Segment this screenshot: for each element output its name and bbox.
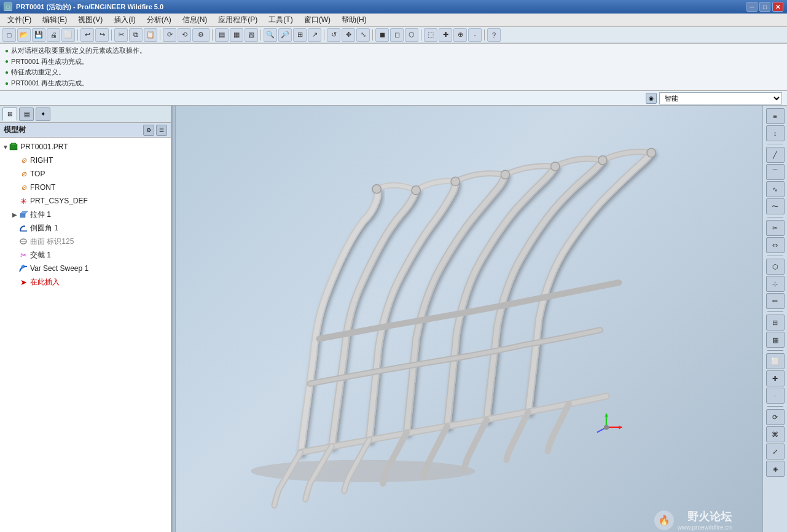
menu-analysis[interactable]: 分析(A)	[142, 14, 176, 26]
window-title: PRT0001 (活动的) - Pro/ENGINEER Wildfire 5.…	[16, 2, 163, 12]
rp-btn-curve[interactable]: ∿	[766, 181, 785, 197]
tab-layer[interactable]: ▤	[19, 108, 34, 121]
tb-print[interactable]: 🖨	[47, 28, 60, 42]
tb-undo[interactable]: ↩	[80, 28, 94, 42]
tree-item-intersect1[interactable]: ✂ 交截 1	[0, 248, 171, 262]
tree-item-csys[interactable]: ✳ PRT_CSYS_DEF	[0, 194, 171, 208]
tb-point[interactable]: ·	[468, 28, 482, 42]
tb-save[interactable]: 💾	[32, 28, 45, 42]
tb-paste[interactable]: 📋	[144, 28, 157, 42]
tb-orient[interactable]: ↗	[308, 28, 321, 42]
rp-btn-tool2[interactable]: ⌘	[766, 426, 785, 442]
rp-btn-line[interactable]: ╱	[766, 147, 785, 163]
tb-shade[interactable]: ◼	[375, 28, 389, 42]
tab-model-tree[interactable]: ⊞	[2, 108, 17, 121]
tree-item-surface125[interactable]: 曲面 标识125	[0, 235, 171, 248]
tb-hidden[interactable]: ⬡	[405, 28, 418, 42]
tb-rotate[interactable]: ↺	[327, 28, 340, 42]
maximize-button[interactable]: □	[759, 2, 770, 12]
rp-btn-ref[interactable]: ⊹	[766, 276, 785, 292]
menu-help[interactable]: 帮助(H)	[337, 14, 372, 26]
rp-btn-view2[interactable]: ▦	[766, 332, 785, 348]
rp-btn-tool1[interactable]: ⟳	[766, 409, 785, 425]
tb-copy[interactable]: ⧉	[129, 28, 143, 42]
smart-selector[interactable]: 智能 几何 特征 基准 面组 边 曲线	[659, 92, 782, 104]
rp-btn-mirror[interactable]: ⇔	[766, 237, 785, 253]
rp-btn-2[interactable]: ↕	[766, 125, 785, 141]
expand-extrude1[interactable]: ▶	[12, 211, 18, 218]
tb-new[interactable]: □	[2, 28, 16, 42]
tb-pan[interactable]: ✥	[342, 28, 355, 42]
menu-window[interactable]: 窗口(W)	[299, 14, 335, 26]
tree-settings-icon[interactable]: ⚙	[143, 125, 154, 136]
tb-axis[interactable]: ✚	[439, 28, 452, 42]
tb-layer2[interactable]: ▦	[230, 28, 243, 42]
minimize-button[interactable]: ─	[746, 2, 758, 12]
svg-rect-1	[11, 143, 16, 146]
rp-btn-axis[interactable]: ✚	[766, 370, 785, 386]
title-bar-controls[interactable]: ─ □ ✕	[746, 2, 783, 12]
menu-tools[interactable]: 工具(T)	[264, 14, 297, 26]
tree-item-insert[interactable]: ➤ 在此插入	[0, 275, 171, 289]
rp-btn-arc[interactable]: ⌒	[766, 164, 785, 180]
tb-wire[interactable]: ◻	[390, 28, 404, 42]
tb-fit[interactable]: ⊞	[293, 28, 307, 42]
menu-info[interactable]: 信息(N)	[178, 14, 213, 26]
tree-item-sweep1[interactable]: Var Sect Sweep 1	[0, 262, 171, 275]
tb-sep-8	[421, 29, 421, 41]
tb-layer[interactable]: ▤	[215, 28, 229, 42]
rp-btn-plane[interactable]: ⬜	[766, 353, 785, 369]
tb-zoom-in[interactable]: 🔍	[264, 28, 277, 42]
tree-icon-fillet1	[18, 223, 28, 233]
tb-repaint[interactable]: ⟳	[163, 28, 176, 42]
rp-btn-tool3[interactable]: ⤢	[766, 444, 785, 460]
menu-file[interactable]: 文件(F)	[2, 14, 36, 26]
tb-regen2[interactable]: ⚙	[192, 28, 209, 42]
rp-btn-dim[interactable]: ⬡	[766, 259, 785, 275]
tree-item-fillet1[interactable]: 倒圆角 1	[0, 221, 171, 235]
toolbar-area: □ 📂 💾 🖨 ⬜ ↩ ↪ ✂ ⧉ 📋 ⟳ ⟲ ⚙ ▤ ▦ ▧ 🔍 🔎 ⊞ ↗ …	[0, 27, 787, 44]
tb-zoom-out[interactable]: 🔎	[278, 28, 292, 42]
rp-btn-spline[interactable]: 〜	[766, 198, 785, 214]
tree-filter-icon[interactable]: ☰	[156, 125, 167, 136]
tree-item-front[interactable]: ⊘ FRONT	[0, 181, 171, 194]
tree-icon-front: ⊘	[18, 182, 28, 192]
expand-right	[12, 157, 18, 164]
tb-csys-toggle[interactable]: ⊕	[453, 28, 467, 42]
tree-label-right: RIGHT	[30, 156, 53, 165]
expand-fillet1	[12, 225, 18, 232]
close-button[interactable]: ✕	[772, 2, 783, 12]
tb-zoom[interactable]: ⤡	[356, 28, 370, 42]
smart-icon-1[interactable]: ◉	[646, 93, 657, 104]
tb-5[interactable]: ⬜	[61, 28, 75, 42]
tree-item-prt0001[interactable]: ▼ PRT0001.PRT	[0, 140, 171, 154]
tab-star[interactable]: ✦	[36, 108, 50, 121]
rp-btn-edit[interactable]: ✏	[766, 293, 785, 309]
toolbar-row-1: □ 📂 💾 🖨 ⬜ ↩ ↪ ✂ ⧉ 📋 ⟳ ⟲ ⚙ ▤ ▦ ▧ 🔍 🔎 ⊞ ↗ …	[0, 27, 787, 43]
title-bar-left: □ PRT0001 (活动的) - Pro/ENGINEER Wildfire …	[4, 2, 163, 12]
tb-cut[interactable]: ✂	[114, 28, 128, 42]
tree-item-right[interactable]: ⊘ RIGHT	[0, 154, 171, 167]
msg-line-2: ● PRT0001 再生成功完成。	[5, 57, 782, 68]
tb-redo[interactable]: ↪	[95, 28, 109, 42]
tb-open[interactable]: 📂	[17, 28, 31, 42]
expand-prt0001[interactable]: ▼	[2, 144, 9, 151]
rp-btn-view1[interactable]: ⊞	[766, 315, 785, 331]
svg-point-22	[604, 425, 609, 430]
tb-regen[interactable]: ⟲	[178, 28, 191, 42]
watermark-logo: 野火论坛	[678, 509, 732, 524]
tb-datum[interactable]: ⬚	[424, 28, 437, 42]
menu-applications[interactable]: 应用程序(P)	[213, 14, 262, 26]
viewport[interactable]: 🔥 野火论坛 www.proewildfire.cn	[176, 106, 762, 532]
tb-layer3[interactable]: ▧	[245, 28, 258, 42]
rp-btn-point2[interactable]: ·	[766, 388, 785, 404]
rp-btn-tool4[interactable]: ◈	[766, 461, 785, 477]
tree-item-extrude1[interactable]: ▶ 拉伸 1	[0, 208, 171, 221]
tb-help[interactable]: ?	[487, 28, 501, 42]
menu-insert[interactable]: 插入(I)	[109, 14, 140, 26]
menu-edit[interactable]: 编辑(E)	[37, 14, 72, 26]
rp-btn-1[interactable]: ≡	[766, 108, 785, 124]
menu-view[interactable]: 视图(V)	[73, 14, 108, 26]
tree-item-top[interactable]: ⊘ TOP	[0, 167, 171, 181]
rp-btn-trim[interactable]: ✂	[766, 220, 785, 236]
